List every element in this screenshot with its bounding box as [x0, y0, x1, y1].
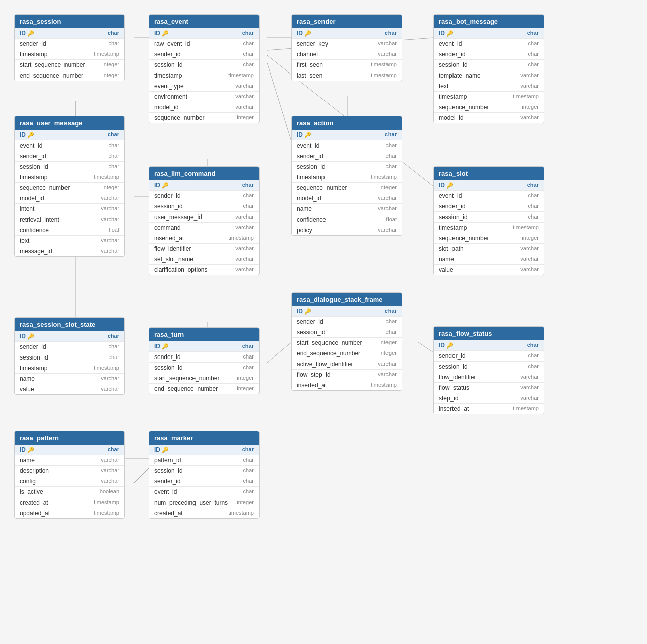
field-type: timestamp: [94, 365, 119, 372]
table-row: configvarchar: [15, 476, 124, 487]
table-row: ID 🔑char: [149, 180, 259, 191]
field-name: description: [20, 467, 49, 474]
field-type: char: [109, 343, 119, 350]
table-row: model_idvarchar: [15, 193, 124, 204]
field-type: timestamp: [513, 405, 539, 412]
field-type: integer: [237, 375, 254, 382]
field-name: start_sequence_number: [20, 61, 85, 68]
field-type: varchar: [101, 375, 119, 382]
field-name: end_sequence_number: [297, 350, 360, 357]
table-row: ID 🔑char: [149, 445, 259, 455]
field-name: text: [20, 237, 29, 244]
field-type: char: [527, 30, 539, 37]
field-name: session_id: [297, 163, 326, 170]
field-type: varchar: [235, 256, 254, 263]
table-row: flow_statusvarchar: [434, 383, 544, 393]
table-header-rasa_session_slot_state: rasa_session_slot_state: [15, 318, 124, 331]
table-row: slot_pathvarchar: [434, 244, 544, 254]
field-type: varchar: [378, 361, 397, 368]
table-row: first_seentimestamp: [292, 60, 402, 70]
field-type: char: [109, 40, 119, 47]
field-type: timestamp: [371, 72, 397, 79]
field-type: char: [527, 342, 539, 349]
field-name: session_id: [20, 354, 48, 361]
field-name: is_active: [20, 488, 43, 495]
field-name: sender_id: [154, 478, 181, 485]
field-type: timestamp: [513, 93, 539, 100]
table-row: start_sequence_numberinteger: [149, 373, 259, 384]
table-row: ID 🔑char: [292, 306, 402, 317]
field-name: flow_identifier: [154, 245, 191, 252]
table-rasa_action: rasa_actionID 🔑charevent_idcharsender_id…: [291, 116, 402, 236]
table-row: ID 🔑char: [15, 130, 124, 140]
field-name: slot_path: [439, 245, 464, 252]
table-row: sender_idchar: [15, 342, 124, 352]
field-name: session_id: [154, 61, 183, 68]
field-name: session_id: [439, 363, 468, 370]
field-type: varchar: [520, 384, 539, 391]
table-row: sender_idchar: [149, 476, 259, 487]
field-name: session_id: [439, 213, 468, 221]
field-type: varchar: [101, 205, 119, 212]
table-row: session_idchar: [292, 327, 402, 338]
table-row: session_idchar: [434, 212, 544, 223]
field-name: ID 🔑: [154, 182, 169, 189]
field-name: timestamp: [154, 72, 182, 79]
field-name: created_at: [20, 499, 48, 506]
field-type: char: [242, 343, 254, 350]
table-row: commandvarchar: [149, 223, 259, 233]
field-name: inserted_at: [439, 405, 469, 412]
field-type: varchar: [378, 371, 397, 378]
field-type: integer: [522, 104, 539, 111]
field-type: char: [108, 30, 119, 37]
field-name: inserted_at: [297, 382, 327, 389]
field-type: char: [386, 142, 397, 149]
table-row: set_slot_namevarchar: [149, 254, 259, 265]
field-type: char: [243, 40, 254, 47]
table-row: message_idvarchar: [15, 246, 124, 256]
field-name: confidence: [20, 227, 49, 234]
field-type: timestamp: [228, 235, 254, 242]
field-name: sequence_number: [297, 184, 347, 191]
table-row: session_idchar: [149, 363, 259, 373]
table-header-rasa_pattern: rasa_pattern: [15, 431, 124, 445]
field-name: ID 🔑: [20, 30, 34, 37]
field-type: char: [528, 363, 539, 370]
table-row: start_sequence_numberinteger: [15, 60, 124, 70]
field-name: message_id: [20, 248, 52, 255]
table-row: channelvarchar: [292, 49, 402, 60]
field-name: ID 🔑: [297, 308, 311, 315]
field-name: active_flow_identifier: [297, 361, 353, 368]
field-type: timestamp: [371, 61, 397, 68]
table-row: active_flow_identifiervarchar: [292, 359, 402, 370]
diagram-canvas: rasa_sessionID 🔑charsender_idchartimesta…: [0, 0, 647, 644]
field-name: sender_key: [297, 40, 328, 47]
table-row: pattern_idchar: [149, 455, 259, 466]
field-type: char: [242, 446, 254, 453]
field-name: start_sequence_number: [297, 339, 362, 346]
table-row: timestamptimestamp: [149, 70, 259, 81]
field-type: varchar: [520, 395, 539, 402]
table-row: updated_attimestamp: [15, 508, 124, 518]
table-row: ID 🔑char: [15, 28, 124, 39]
table-row: created_attimestamp: [149, 508, 259, 518]
table-row: timestamptimestamp: [292, 172, 402, 183]
table-row: flow_identifiervarchar: [149, 244, 259, 254]
table-row: model_idvarchar: [434, 113, 544, 123]
field-name: config: [20, 478, 36, 485]
field-name: ID 🔑: [439, 342, 454, 349]
table-rasa_sender: rasa_senderID 🔑charsender_keyvarcharchan…: [291, 14, 402, 81]
table-row: ID 🔑char: [434, 180, 544, 191]
field-name: event_type: [154, 83, 184, 90]
field-type: varchar: [520, 114, 539, 121]
table-row: sequence_numberinteger: [292, 183, 402, 193]
table-row: ID 🔑char: [15, 445, 124, 455]
field-type: varchar: [235, 104, 254, 111]
field-type: float: [386, 216, 397, 223]
table-row: sender_idchar: [149, 49, 259, 60]
field-name: event_id: [154, 488, 177, 495]
field-name: name: [20, 457, 35, 464]
table-row: event_idchar: [292, 140, 402, 151]
field-type: char: [528, 192, 539, 199]
field-name: session_id: [154, 467, 183, 474]
